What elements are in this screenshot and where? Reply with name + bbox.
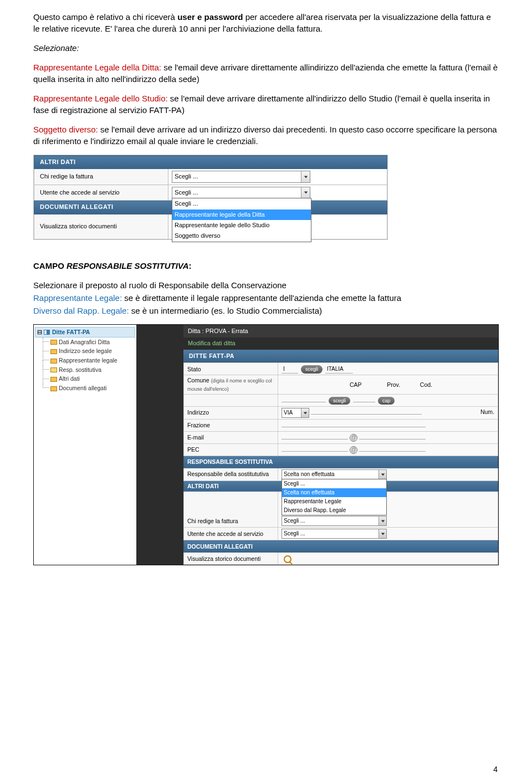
- tree-item[interactable]: Altri dati: [43, 374, 135, 384]
- cap-button[interactable]: cap: [378, 397, 395, 405]
- prov-label: Prov.: [387, 381, 400, 388]
- tree-item-selected[interactable]: Resp. sostitutiva: [43, 365, 135, 375]
- indirizzo-input[interactable]: [311, 414, 422, 415]
- campo-title: CAMPO RESPONSABILE SOSTITUTIVA:: [33, 260, 499, 272]
- screenshot-ditta-panel: ⊟ Ditte FATT-PA Dati Anagrafici Ditta In…: [33, 324, 499, 566]
- cap-input[interactable]: [353, 402, 375, 402]
- dropdown-option[interactable]: Rappresentante legale dello Studio: [172, 220, 311, 231]
- tree-item[interactable]: Indirizzo sede legale: [43, 346, 135, 356]
- folder-icon: [50, 386, 57, 391]
- chevron-down-icon[interactable]: [378, 529, 386, 538]
- folder-icon: [50, 359, 57, 364]
- tree-sidebar: ⊟ Ditte FATT-PA Dati Anagrafici Ditta In…: [34, 325, 136, 565]
- combo-utente-accede[interactable]: Scegli ... Scegli ... Rappresentante leg…: [172, 187, 310, 198]
- via-combo[interactable]: VIA: [282, 408, 309, 418]
- email-input[interactable]: [282, 439, 348, 439]
- dropdown-option[interactable]: Scegli ...: [172, 198, 311, 209]
- combo-chi-redige[interactable]: Scegli ...: [282, 516, 387, 526]
- svg-marker-5: [381, 473, 384, 476]
- dropdown-resp-options: Scegli ... Scelta non effettuata Rappres…: [282, 479, 387, 515]
- row-pec-label: PEC: [184, 443, 278, 456]
- row-utente-label: Utente che accede al servizio: [34, 185, 168, 200]
- chevron-down-icon[interactable]: [378, 517, 386, 525]
- combo-utente[interactable]: Scegli ...: [282, 529, 387, 539]
- row-chi-redige-label: Chi redige la fattura: [34, 169, 168, 185]
- frazione-input[interactable]: [282, 427, 426, 427]
- book-icon: [44, 329, 50, 335]
- spacer: [136, 325, 183, 565]
- folder-icon: [50, 367, 57, 372]
- dropdown-option[interactable]: Rappresentante Legale: [282, 497, 386, 506]
- row-visualizza-label: Visualizza storico documenti: [184, 553, 278, 565]
- section-header-altri-dati: ALTRI DATI: [34, 156, 387, 169]
- row-comune-label: Comune (digita il nome e sceglilo col mo…: [184, 375, 278, 394]
- selezionate-label: Selezionate:: [33, 42, 499, 54]
- option-soggetto: Soggetto diverso: se l'email deve arriva…: [33, 124, 499, 147]
- country-value: ITALIA: [325, 365, 353, 374]
- tab-ditte[interactable]: DITTE FATT-PA: [183, 350, 498, 363]
- scegli-button[interactable]: scegli: [329, 397, 350, 405]
- tree-root[interactable]: ⊟ Ditte FATT-PA: [35, 327, 135, 338]
- row-resp-label: Responsabile della sostitututiva: [184, 468, 278, 481]
- combo-value: Scegli ...: [172, 187, 310, 198]
- folder-icon: [50, 349, 57, 354]
- svg-marker-1: [304, 192, 307, 194]
- option-ditta: Rappresentante Legale della Ditta: se l'…: [33, 62, 499, 85]
- lead-red: Soggetto diverso:: [33, 125, 98, 134]
- dropdown-option-selected[interactable]: Scelta non effettuata: [282, 488, 386, 497]
- cap-label: CAP: [350, 381, 361, 388]
- blue-lead: Rappresentante Legale:: [33, 293, 122, 303]
- search-icon[interactable]: [284, 555, 291, 563]
- tree-root-label: Ditte FATT-PA: [52, 328, 90, 336]
- dropdown-option[interactable]: Diverso dal Rapp. Legale: [282, 506, 386, 515]
- bold-user-password: user e password: [177, 12, 243, 22]
- scegli-button[interactable]: scegli: [301, 365, 323, 374]
- campo-italic: RESPONSABILE SOSTITUTIVA: [66, 261, 189, 270]
- dropdown-option[interactable]: Soggetto diverso: [172, 231, 311, 241]
- campo-line1: Selezionare il preposto al ruolo di Resp…: [33, 279, 499, 291]
- campo-line3: Diverso dal Rapp. Legale: se è un interm…: [33, 305, 499, 316]
- section-documenti: DOCUMENTI ALLEGATI: [184, 540, 498, 553]
- row-visualizza-label: Visualizza storico documenti: [34, 214, 168, 239]
- text: Questo campo è relativo a chi riceverà: [33, 12, 177, 22]
- dropdown-option[interactable]: Scegli ...: [282, 479, 386, 488]
- svg-marker-4: [303, 412, 306, 414]
- tree-item[interactable]: Rappresentante legale: [43, 356, 135, 365]
- row-frazione-label: Frazione: [184, 419, 278, 431]
- panel-title: Ditta : PROVA - Errata: [183, 325, 498, 338]
- lead-red: Rappresentante Legale della Ditta:: [33, 63, 161, 72]
- chevron-down-icon[interactable]: [301, 187, 310, 198]
- folder-icon: [50, 340, 57, 345]
- combo-value: Scegli ...: [172, 171, 310, 182]
- email-domain-input[interactable]: [359, 439, 426, 439]
- dropdown-option-selected[interactable]: Rappresentante legale della Ditta: [172, 209, 311, 220]
- chevron-down-icon[interactable]: [378, 470, 386, 479]
- svg-marker-7: [381, 533, 384, 535]
- chevron-down-icon[interactable]: [301, 408, 309, 417]
- comune-input[interactable]: [282, 402, 326, 402]
- dropdown-utente-options: Scegli ... Rappresentante legale della D…: [172, 198, 311, 242]
- row-email-label: E-mail: [184, 431, 278, 443]
- section-responsabile: RESPONSABILE SOSTITUTIVA: [184, 456, 498, 468]
- pec-domain-input[interactable]: [359, 451, 426, 452]
- at-icon: @: [350, 434, 357, 442]
- text: se è un intermediario (es. lo Studio Com…: [129, 306, 322, 315]
- lead-red: Rappresentante Legale dello Studio:: [33, 94, 168, 103]
- pec-input[interactable]: [282, 451, 348, 452]
- campo-pre: CAMPO: [33, 261, 66, 270]
- row-utente-label: Utente che accede al servizio: [184, 528, 278, 540]
- svg-marker-0: [304, 176, 307, 178]
- blue-lead: Diverso dal Rapp. Legale:: [33, 306, 129, 315]
- combo-responsabile[interactable]: Scelta non effettuata Scegli ... Scelta …: [282, 469, 387, 479]
- tree-item[interactable]: Documenti allegati: [43, 384, 135, 393]
- stato-input[interactable]: I: [282, 365, 298, 374]
- paragraph-1: Questo campo è relativo a chi riceverà u…: [33, 11, 499, 34]
- right-panel: Ditta : PROVA - Errata Modifica dati dit…: [183, 325, 498, 565]
- combo-chi-redige[interactable]: Scegli ...: [172, 171, 310, 182]
- chevron-down-icon[interactable]: [301, 171, 310, 182]
- row-indirizzo-label: Indirizzo: [184, 406, 278, 419]
- row-comune-input: [184, 394, 278, 406]
- text: se è direttamente il legale rappresentan…: [122, 293, 401, 303]
- tree-item[interactable]: Dati Anagrafici Ditta: [43, 338, 135, 347]
- campo-post: :: [189, 261, 192, 270]
